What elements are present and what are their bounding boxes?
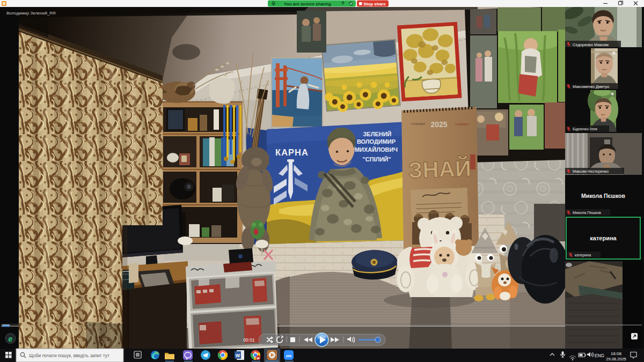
svg-text:ENG: ENG bbox=[595, 353, 604, 358]
svg-text:Володимир Зелений_RR: Володимир Зелений_RR bbox=[6, 11, 56, 16]
svg-text:Щоби почати пошук, введіть зап: Щоби почати пошук, введіть запит тут bbox=[29, 353, 109, 358]
svg-text:ВОЛОДИМИР: ВОЛОДИМИР bbox=[357, 138, 396, 145]
svg-text:ЗЕЛЕНИЙ: ЗЕЛЕНИЙ bbox=[363, 131, 391, 137]
svg-text:W: W bbox=[236, 353, 240, 358]
svg-text:Бідненко Ілля: Бідненко Ілля bbox=[573, 127, 597, 131]
svg-text:ЗНАЙ: ЗНАЙ bbox=[408, 155, 472, 183]
svg-text:zm: zm bbox=[286, 353, 292, 358]
svg-text:00:01: 00:01 bbox=[243, 337, 255, 343]
svg-text:"СПІЛИЙ": "СПІЛИЙ" bbox=[363, 156, 391, 162]
svg-text:Микола Пєшков: Микола Пєшков bbox=[573, 210, 601, 215]
svg-text:You are screen sharing: You are screen sharing bbox=[284, 2, 331, 6]
svg-text:катерина: катерина bbox=[590, 235, 617, 241]
svg-text:16:08: 16:08 bbox=[611, 351, 622, 356]
svg-text:Микола Пєшков: Микола Пєшков bbox=[581, 193, 626, 199]
svg-text:КАЛЕНДАР: КАЛЕНДАР bbox=[411, 122, 426, 125]
svg-text:Максим Нестеренко: Максим Нестеренко bbox=[573, 169, 609, 174]
svg-text:29.08.2025: 29.08.2025 bbox=[606, 357, 626, 361]
svg-text:M: M bbox=[257, 357, 260, 360]
svg-text:Максименко Дмитро: Максименко Дмитро bbox=[573, 84, 609, 89]
svg-text:Stop share: Stop share bbox=[363, 2, 386, 6]
svg-text:2025: 2025 bbox=[430, 120, 447, 129]
svg-text:Сєдоренко Максим: Сєдоренко Максим bbox=[573, 42, 609, 47]
svg-text:катерина: катерина bbox=[575, 253, 591, 257]
svg-text:МИХАЙЛОВИЧ: МИХАЙЛОВИЧ bbox=[355, 146, 398, 153]
svg-text:КАРНА: КАРНА bbox=[275, 147, 309, 157]
svg-text:e: e bbox=[9, 335, 13, 343]
svg-text:ГАЛЕРЕЯ: ГАЛЕРЕЯ bbox=[455, 123, 469, 126]
